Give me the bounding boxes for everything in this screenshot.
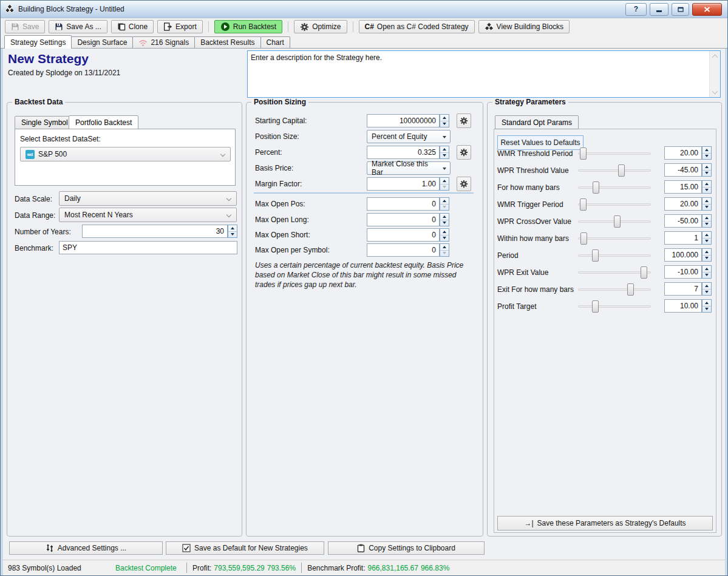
param-spinner[interactable] bbox=[702, 231, 712, 245]
spin-down-button[interactable] bbox=[228, 232, 237, 238]
strategy-description-input[interactable]: Enter a description for the Strategy her… bbox=[247, 50, 721, 98]
help-button[interactable]: ? bbox=[625, 3, 647, 16]
slider-track[interactable] bbox=[578, 169, 651, 172]
spin-down-button[interactable] bbox=[702, 256, 711, 262]
max-open-short-spinner[interactable] bbox=[440, 228, 449, 242]
reset-values-button[interactable]: Reset Values to Defaults bbox=[497, 135, 583, 150]
spin-down-button[interactable] bbox=[702, 307, 711, 313]
spin-down-button[interactable] bbox=[440, 251, 449, 257]
dataset-dropdown[interactable]: wd S&P 500 bbox=[20, 147, 231, 161]
tab-strategy-settings[interactable]: Strategy Settings bbox=[4, 35, 72, 49]
open-csharp-button[interactable]: C# Open as C# Coded Strategy bbox=[359, 20, 475, 33]
years-spinner[interactable] bbox=[228, 225, 237, 238]
spin-down-button[interactable] bbox=[702, 154, 711, 160]
spin-down-button[interactable] bbox=[702, 171, 711, 177]
slider-track[interactable] bbox=[578, 203, 651, 206]
spin-up-button[interactable] bbox=[702, 147, 711, 154]
slider-track[interactable] bbox=[578, 237, 651, 240]
max-open-pos-spinner[interactable] bbox=[440, 197, 449, 211]
spin-up-button[interactable] bbox=[440, 229, 449, 235]
margin-factor-gear-button[interactable] bbox=[457, 177, 471, 191]
param-value-input[interactable]: 15.00 bbox=[664, 180, 702, 194]
spin-up-button[interactable] bbox=[440, 146, 449, 153]
spin-down-button[interactable] bbox=[702, 239, 711, 245]
tab-single-symbol[interactable]: Single Symbol bbox=[15, 116, 75, 129]
spin-up-button[interactable] bbox=[702, 266, 711, 273]
param-value-input[interactable]: -50.00 bbox=[664, 214, 702, 228]
advanced-settings-button[interactable]: Advanced Settings ... bbox=[9, 541, 163, 555]
param-value-input[interactable]: -45.00 bbox=[664, 163, 702, 177]
spin-up-button[interactable] bbox=[702, 164, 711, 171]
benchmark-input[interactable]: SPY bbox=[59, 241, 237, 254]
param-value-input[interactable]: 1 bbox=[664, 231, 702, 245]
slider-thumb[interactable] bbox=[580, 147, 587, 160]
copy-settings-button[interactable]: Copy Settings to Clipboard bbox=[328, 541, 485, 555]
basis-price-combo[interactable]: Market Close this Bar bbox=[367, 161, 451, 175]
spin-up-button[interactable] bbox=[702, 300, 711, 307]
slider-track[interactable] bbox=[578, 186, 651, 189]
spin-down-button[interactable] bbox=[702, 273, 711, 279]
param-spinner[interactable] bbox=[702, 299, 712, 313]
spin-down-button[interactable] bbox=[440, 153, 449, 159]
max-open-long-spinner[interactable] bbox=[440, 213, 449, 226]
param-spinner[interactable] bbox=[702, 163, 712, 177]
spin-up-button[interactable] bbox=[440, 115, 449, 121]
starting-capital-spinner[interactable] bbox=[440, 114, 449, 127]
slider-thumb[interactable] bbox=[593, 181, 599, 194]
optimize-button[interactable]: Optimize bbox=[294, 20, 347, 33]
spin-down-button[interactable] bbox=[702, 222, 711, 228]
param-spinner[interactable] bbox=[702, 214, 712, 228]
param-value-input[interactable]: 20.00 bbox=[664, 146, 702, 160]
slider-track[interactable] bbox=[578, 254, 651, 257]
param-spinner[interactable] bbox=[702, 197, 712, 211]
param-spinner[interactable] bbox=[702, 282, 712, 296]
slider-thumb[interactable] bbox=[592, 249, 599, 262]
tab-standard-opt-params[interactable]: Standard Opt Params bbox=[495, 115, 579, 129]
tab-design-surface[interactable]: Design Surface bbox=[71, 36, 133, 48]
scroll-down-icon[interactable] bbox=[712, 89, 717, 94]
spin-up-button[interactable] bbox=[702, 198, 711, 205]
param-spinner[interactable] bbox=[702, 248, 712, 262]
spin-down-button[interactable] bbox=[702, 205, 711, 211]
slider-thumb[interactable] bbox=[580, 198, 587, 211]
slider-track[interactable] bbox=[578, 305, 651, 308]
save-button[interactable]: Save bbox=[5, 20, 45, 33]
maximize-button[interactable] bbox=[672, 3, 689, 16]
spin-down-button[interactable] bbox=[440, 185, 449, 191]
max-open-symbol-spinner[interactable] bbox=[440, 243, 449, 257]
data-range-dropdown[interactable]: Most Recent N Years bbox=[59, 208, 237, 222]
spin-down-button[interactable] bbox=[702, 290, 711, 296]
percent-spinner[interactable] bbox=[440, 146, 449, 159]
spin-up-button[interactable] bbox=[440, 244, 449, 251]
percent-input[interactable]: 0.325 bbox=[367, 146, 440, 159]
run-backtest-button[interactable]: Run Backtest bbox=[214, 20, 282, 33]
max-open-symbol-input[interactable]: 0 bbox=[367, 243, 440, 257]
spin-up-button[interactable] bbox=[702, 232, 711, 239]
description-scrollbar[interactable] bbox=[709, 51, 720, 97]
spin-down-button[interactable] bbox=[440, 220, 449, 226]
tab-chart[interactable]: Chart bbox=[260, 36, 290, 48]
slider-thumb[interactable] bbox=[592, 300, 599, 313]
max-open-long-input[interactable]: 0 bbox=[367, 213, 440, 226]
slider-thumb[interactable] bbox=[614, 215, 621, 228]
save-parameters-button[interactable]: →| Save these Parameters as Strategy's D… bbox=[497, 516, 713, 530]
slider-thumb[interactable] bbox=[580, 232, 587, 245]
minimize-button[interactable] bbox=[650, 3, 668, 16]
save-as-button[interactable]: Save As ... bbox=[49, 20, 107, 33]
param-value-input[interactable]: 100.000 bbox=[664, 248, 702, 262]
param-spinner[interactable] bbox=[702, 180, 712, 194]
spin-up-button[interactable] bbox=[702, 181, 711, 188]
slider-track[interactable] bbox=[578, 271, 651, 274]
max-open-pos-input[interactable]: 0 bbox=[367, 197, 440, 211]
param-spinner[interactable] bbox=[702, 146, 712, 160]
starting-capital-gear-button[interactable] bbox=[457, 114, 471, 128]
number-of-years-input[interactable]: 30 bbox=[82, 225, 228, 238]
spin-up-button[interactable] bbox=[440, 198, 449, 205]
close-button[interactable] bbox=[692, 3, 722, 16]
scroll-up-icon[interactable] bbox=[712, 54, 717, 59]
slider-thumb[interactable] bbox=[641, 266, 647, 279]
max-open-short-input[interactable]: 0 bbox=[367, 228, 440, 242]
spin-down-button[interactable] bbox=[702, 188, 711, 194]
tab-backtest-results[interactable]: Backtest Results bbox=[194, 36, 260, 48]
save-default-button[interactable]: Save as Default for New Strategies bbox=[166, 541, 324, 555]
